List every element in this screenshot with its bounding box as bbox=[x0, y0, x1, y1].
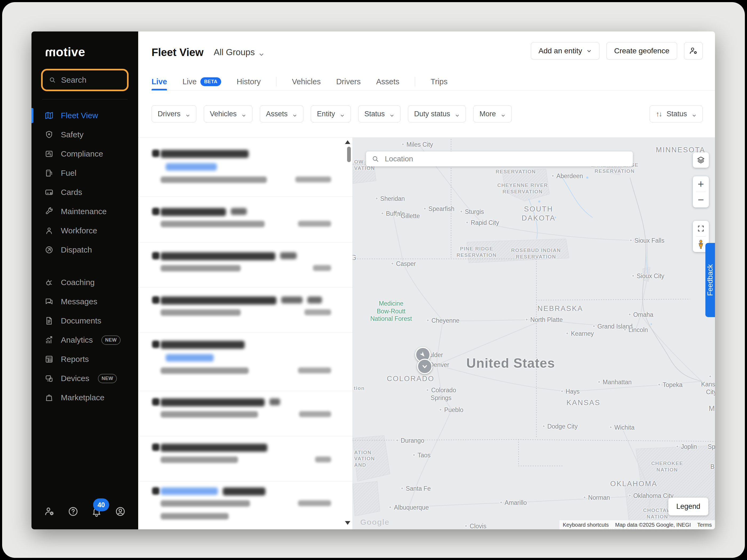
list-item-blurred-text bbox=[161, 444, 267, 452]
sidebar-item-fuel[interactable]: Fuel bbox=[31, 163, 138, 183]
sidebar-item-maintenance[interactable]: Maintenance bbox=[31, 202, 138, 221]
layers-button[interactable] bbox=[693, 152, 709, 168]
filter-duty-status[interactable]: Duty status bbox=[408, 105, 466, 123]
sidebar-item-compliance[interactable]: Compliance bbox=[31, 144, 138, 163]
filter-status[interactable]: Status bbox=[358, 105, 401, 123]
map-location-search[interactable] bbox=[366, 152, 633, 166]
compliance-icon bbox=[45, 149, 54, 158]
list-scrollbar-arrow[interactable] bbox=[345, 521, 350, 525]
map-canvas[interactable]: Miles CityMINNESOTARESERVATIONLAKE TRAVE… bbox=[353, 138, 715, 529]
filter-label: Vehicles bbox=[210, 110, 237, 118]
app-window: motive Fleet ViewSafetyComplianceFuelCar… bbox=[31, 31, 715, 529]
minus-icon: − bbox=[698, 194, 704, 205]
legend-button[interactable]: Legend bbox=[668, 498, 708, 515]
list-item-blurred-text bbox=[161, 411, 258, 418]
list-item-blurred-text bbox=[166, 163, 217, 171]
list-scrollbar-thumb[interactable] bbox=[347, 146, 351, 162]
list-item-blurred-text bbox=[269, 398, 280, 405]
bag-icon bbox=[45, 393, 54, 402]
sidebar-item-cards[interactable]: Cards bbox=[31, 183, 138, 202]
create-geofence-button[interactable]: Create geofence bbox=[607, 42, 677, 60]
sidebar-item-reports[interactable]: Reports bbox=[31, 350, 138, 369]
filter-label: More bbox=[480, 110, 496, 118]
person-gear-icon bbox=[689, 46, 698, 56]
filter-assets[interactable]: Assets bbox=[260, 105, 303, 123]
list-item-blurred-text bbox=[161, 500, 250, 507]
card-icon bbox=[45, 188, 54, 197]
list-item-blurred-text bbox=[298, 500, 331, 506]
fullscreen-button[interactable] bbox=[693, 221, 709, 236]
search-icon bbox=[49, 76, 56, 84]
sidebar-item-workforce[interactable]: Workforce bbox=[31, 221, 138, 240]
sidebar-item-label: Dispatch bbox=[61, 245, 92, 255]
chevron-down-icon bbox=[185, 111, 190, 116]
keyboard-shortcuts-link[interactable]: Keyboard shortcuts bbox=[560, 520, 612, 530]
list-item-blurred-text bbox=[161, 265, 241, 271]
location-input[interactable] bbox=[384, 154, 627, 163]
search-input[interactable] bbox=[60, 75, 121, 85]
sidebar-item-devices[interactable]: DevicesNEW bbox=[31, 369, 138, 388]
sidebar-item-label: Workforce bbox=[61, 226, 97, 235]
tab-live-beta[interactable]: LiveBETA bbox=[182, 73, 221, 90]
sidebar-item-fleet-view[interactable]: Fleet View bbox=[31, 106, 138, 125]
sidebar-item-coaching[interactable]: Coaching bbox=[31, 273, 138, 292]
sidebar-divider bbox=[42, 99, 128, 100]
entity-list-panel[interactable] bbox=[138, 138, 353, 529]
list-scrollbar-arrow[interactable] bbox=[345, 140, 350, 144]
chevron-down-icon bbox=[292, 111, 297, 116]
analytics-icon bbox=[45, 336, 54, 345]
dispatch-icon bbox=[45, 245, 54, 255]
terms-link[interactable]: Terms bbox=[694, 520, 715, 530]
filter-entity[interactable]: Entity bbox=[311, 105, 351, 123]
document-icon bbox=[45, 316, 54, 325]
tab-live[interactable]: Live bbox=[152, 73, 167, 90]
sidebar-item-marketplace[interactable]: Marketplace bbox=[31, 388, 138, 407]
chevron-down-icon bbox=[501, 111, 506, 116]
zoom-in-button[interactable]: + bbox=[693, 176, 709, 192]
help-button[interactable] bbox=[67, 505, 79, 517]
zoom-out-button[interactable]: − bbox=[693, 192, 709, 208]
tab-assets[interactable]: Assets bbox=[376, 73, 400, 90]
vehicle-stopped-marker[interactable] bbox=[417, 359, 433, 374]
map-zoom-control: + − bbox=[693, 176, 709, 208]
filter-label: Drivers bbox=[158, 110, 181, 118]
tab-divider bbox=[415, 77, 415, 86]
list-item-blurred-text bbox=[161, 296, 276, 304]
filter-vehicles[interactable]: Vehicles bbox=[204, 105, 253, 123]
feedback-tab[interactable]: Feedback bbox=[705, 243, 715, 317]
list-separator bbox=[138, 391, 353, 391]
sidebar-item-messages[interactable]: Messages bbox=[31, 292, 138, 311]
account-button[interactable] bbox=[114, 505, 126, 517]
list-item-blurred-text bbox=[223, 487, 265, 496]
tab-vehicles[interactable]: Vehicles bbox=[292, 73, 321, 90]
sidebar-item-safety[interactable]: Safety bbox=[31, 125, 138, 144]
google-logo: Google bbox=[360, 517, 389, 527]
sidebar-search[interactable] bbox=[41, 69, 129, 91]
chevron-down-icon bbox=[340, 111, 345, 116]
tab-drivers[interactable]: Drivers bbox=[336, 73, 361, 90]
layers-icon bbox=[696, 156, 705, 164]
tab-history[interactable]: History bbox=[237, 73, 261, 90]
tab-trips[interactable]: Trips bbox=[431, 73, 447, 90]
map-attribution: Keyboard shortcuts Map data ©2025 Google… bbox=[560, 520, 715, 529]
add-entity-button[interactable]: Add an entity bbox=[531, 42, 599, 60]
list-item-blurred-text bbox=[161, 177, 267, 183]
person-gear-button[interactable] bbox=[43, 505, 55, 517]
list-item-blurred-text bbox=[307, 296, 322, 303]
sidebar-item-dispatch[interactable]: Dispatch bbox=[31, 240, 138, 260]
manage-users-button[interactable] bbox=[684, 42, 703, 60]
list-item-icon bbox=[152, 341, 159, 348]
page-header: Fleet View All Groups LiveLiveBETAHistor… bbox=[138, 31, 715, 90]
sort-arrows-icon: ↑↓ bbox=[656, 110, 662, 118]
sidebar-item-analytics[interactable]: AnalyticsNEW bbox=[31, 330, 138, 350]
sidebar-item-label: Fleet View bbox=[61, 111, 98, 120]
filter-more[interactable]: More bbox=[473, 105, 512, 123]
filter-drivers[interactable]: Drivers bbox=[152, 105, 196, 123]
view-tabs: LiveLiveBETAHistoryVehiclesDriversAssets… bbox=[152, 73, 715, 90]
sidebar-item-documents[interactable]: Documents bbox=[31, 311, 138, 330]
sort-control[interactable]: ↑↓Status bbox=[650, 105, 703, 123]
person-icon bbox=[45, 226, 54, 235]
filter-bar: DriversVehiclesAssetsEntityStatusDuty st… bbox=[138, 90, 715, 137]
group-selector[interactable]: All Groups bbox=[214, 47, 264, 57]
bell-button[interactable]: 40 bbox=[91, 505, 103, 517]
